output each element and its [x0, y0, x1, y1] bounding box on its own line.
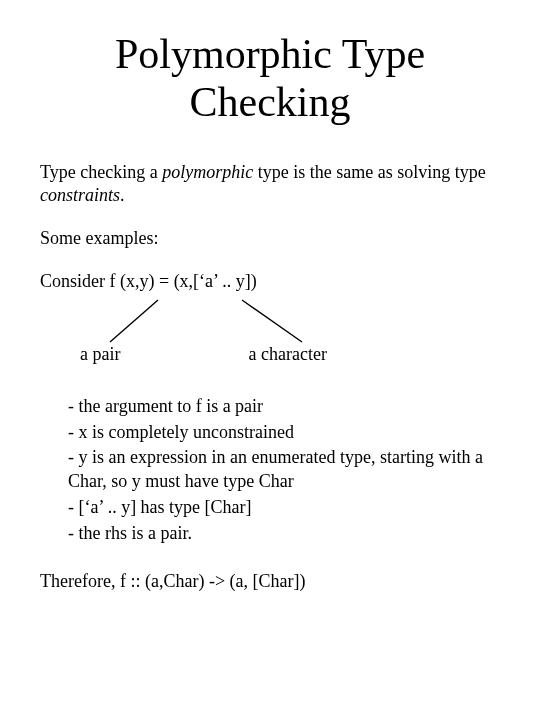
intro-paragraph: Type checking a polymorphic type is the …	[40, 161, 500, 208]
intro-text-2: type is the same as solving type	[253, 162, 485, 182]
svg-line-1	[242, 300, 302, 342]
bullet-list: - the argument to f is a pair - x is com…	[68, 395, 500, 546]
intro-italic-polymorphic: polymorphic	[162, 162, 253, 182]
conclusion-line: Therefore, f :: (a,Char) -> (a, [Char])	[40, 571, 500, 592]
bullet-1: - the argument to f is a pair	[68, 395, 500, 419]
intro-italic-constraints: constraints	[40, 185, 120, 205]
svg-line-0	[110, 300, 158, 342]
slide-title: Polymorphic Type Checking	[40, 30, 500, 127]
title-line-1: Polymorphic Type	[115, 31, 425, 77]
title-line-2: Checking	[190, 79, 351, 125]
bullet-2: - x is completely unconstrained	[68, 421, 500, 445]
pointer-labels: a pair a character	[40, 344, 500, 365]
bullet-4: - [‘a’ .. y] has type [Char]	[68, 496, 500, 520]
example-block: Consider f (x,y) = (x,[‘a’ .. y]) a pair…	[40, 271, 500, 365]
label-a-pair: a pair	[80, 344, 120, 365]
bullet-5: - the rhs is a pair.	[68, 522, 500, 546]
label-a-character: a character	[248, 344, 326, 365]
slide: Polymorphic Type Checking Type checking …	[0, 0, 540, 720]
some-examples-label: Some examples:	[40, 227, 500, 250]
intro-text-1: Type checking a	[40, 162, 162, 182]
pointer-lines	[40, 298, 500, 344]
bullet-3: - y is an expression in an enumerated ty…	[68, 446, 500, 494]
intro-text-3: .	[120, 185, 125, 205]
consider-expression: Consider f (x,y) = (x,[‘a’ .. y])	[40, 271, 500, 292]
